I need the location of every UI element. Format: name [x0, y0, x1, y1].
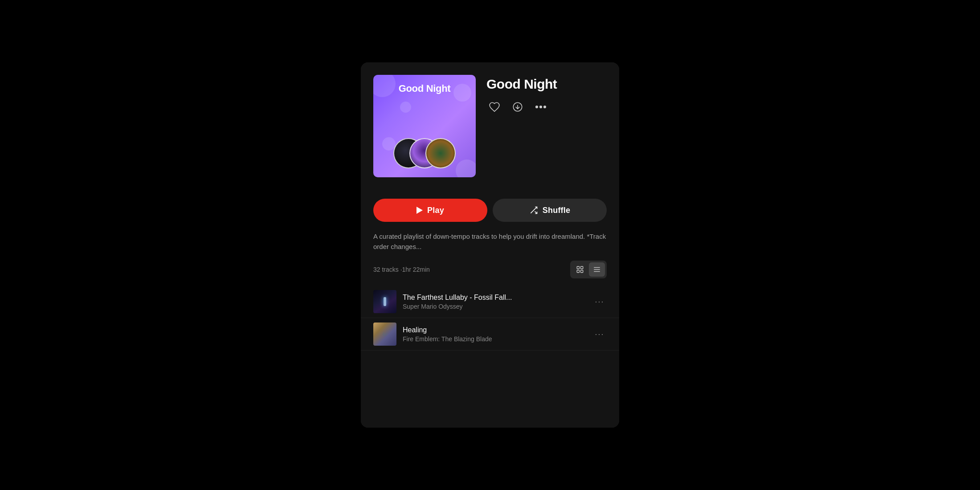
track-info-2: Healing Fire Emblem: The Blazing Blade [403, 326, 586, 343]
artwork-circles [393, 138, 456, 170]
svg-rect-8 [581, 266, 583, 269]
shuffle-icon [529, 206, 538, 215]
track-more-button-1[interactable]: ··· [592, 294, 607, 309]
shuffle-button[interactable]: Shuffle [493, 199, 607, 222]
svg-point-2 [536, 106, 538, 108]
favorite-button[interactable] [486, 99, 502, 115]
track-name-2: Healing [403, 326, 586, 334]
tracks-count: 32 tracks ·1hr 22min [373, 266, 430, 273]
play-icon [416, 207, 423, 214]
svg-rect-10 [581, 270, 583, 273]
track-artwork-1 [373, 290, 396, 313]
download-button[interactable] [510, 99, 526, 115]
buttons-row: Play Shuffle [361, 186, 619, 222]
grid-view-button[interactable] [572, 262, 588, 277]
artwork-circle-3 [425, 138, 456, 168]
svg-rect-7 [577, 266, 579, 269]
list-view-button[interactable] [589, 262, 605, 277]
playlist-artwork: Good Night [373, 75, 476, 177]
playlist-description: A curated playlist of down-tempo tracks … [361, 222, 619, 252]
artwork-title: Good Night [399, 83, 451, 94]
play-label: Play [427, 206, 444, 215]
track-info-1: The Farthest Lullaby - Fossil Fall... Su… [403, 294, 586, 310]
content-area: Good Night Good Night [361, 62, 619, 428]
track-more-button-2[interactable]: ··· [592, 327, 607, 341]
play-button[interactable]: Play [373, 199, 487, 222]
track-artwork-2: 🎶 [373, 323, 396, 346]
tracks-list: The Farthest Lullaby - Fossil Fall... Su… [361, 278, 619, 351]
track-artist-2: Fire Emblem: The Blazing Blade [403, 335, 586, 343]
track-name-1: The Farthest Lullaby - Fossil Fall... [403, 294, 586, 302]
playlist-title: Good Night [486, 77, 557, 92]
app-container: Good Night Good Night [361, 62, 619, 428]
track-item[interactable]: 🎶 Healing Fire Emblem: The Blazing Blade… [361, 318, 619, 351]
tracks-meta: 32 tracks ·1hr 22min [361, 252, 619, 278]
svg-rect-9 [577, 270, 579, 273]
view-toggle [570, 261, 607, 278]
playlist-info: Good Night [486, 75, 557, 115]
playlist-top: Good Night Good Night [373, 75, 607, 177]
playlist-actions [486, 99, 557, 115]
track-artist-1: Super Mario Odyssey [403, 303, 586, 310]
svg-point-3 [540, 106, 542, 108]
more-options-button[interactable] [533, 99, 549, 115]
shuffle-label: Shuffle [543, 206, 570, 215]
playlist-header: Good Night Good Night [361, 62, 619, 186]
svg-point-4 [544, 106, 546, 108]
track-item[interactable]: The Farthest Lullaby - Fossil Fall... Su… [361, 286, 619, 318]
